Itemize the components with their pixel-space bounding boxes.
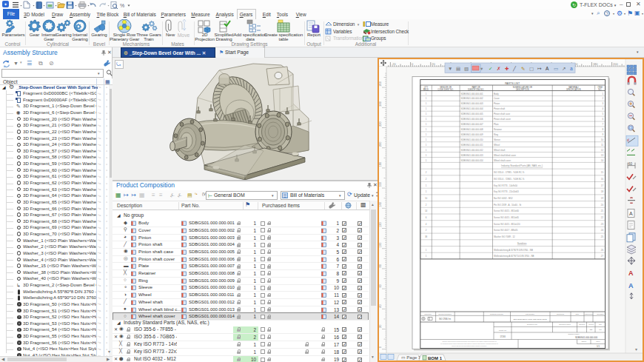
svg-text:Drawing number: Drawing number <box>568 333 580 335</box>
svg-text:Ring: Ring <box>494 133 498 136</box>
svg-text:SDBGS01.000.000.003: SDBGS01.000.000.003 <box>461 102 484 105</box>
svg-text:Retainer: Retainer <box>494 128 502 131</box>
svg-text:10: 10 <box>601 138 604 141</box>
svg-text:40: 40 <box>379 304 382 308</box>
svg-text:180: 180 <box>593 62 598 66</box>
svg-text:20: 20 <box>379 324 382 328</box>
svg-text:200: 200 <box>613 62 618 66</box>
svg-text:General tolerances: General tolerances <box>438 313 452 315</box>
svg-text:PARTS LIST: PARTS LIST <box>505 82 520 85</box>
svg-text:↗: ↗ <box>562 66 566 71</box>
svg-text:A: A <box>628 269 634 277</box>
svg-text:▧: ▧ <box>464 66 469 71</box>
svg-text:140: 140 <box>379 201 382 207</box>
svg-text:20: 20 <box>601 204 604 207</box>
svg-text:Wellendichtring A 65*90*10 DIN: Wellendichtring A 65*90*10 DIN 3760 - NB <box>494 255 534 258</box>
svg-text:60: 60 <box>379 284 382 287</box>
svg-text:SDBGS01.000.000.001: SDBGS01.000.000.001 <box>461 93 484 95</box>
svg-text:120: 120 <box>379 222 382 227</box>
svg-text:15: 15 <box>601 171 604 174</box>
svg-text:21: 21 <box>601 210 604 212</box>
svg-text:SDBGS01.000.000.007: SDBGS01.000.000.007 <box>461 123 484 126</box>
svg-text:Document status: Document status <box>559 324 571 325</box>
svg-text:d: d <box>627 138 629 142</box>
svg-text:Projection: Projection <box>424 313 432 315</box>
svg-text:A: A <box>546 66 549 71</box>
svg-text:Wheel shaft blind cover: Wheel shaft blind cover <box>494 154 516 157</box>
svg-text:14: 14 <box>601 159 604 162</box>
svg-text:-20: -20 <box>392 62 397 66</box>
svg-text:27: 27 <box>601 255 604 258</box>
svg-text:DESCRIPTION: DESCRIPTION <box>516 88 529 91</box>
svg-text:BOM 1: BOM 1 <box>428 356 443 361</box>
svg-text:Screw ISO 4015 - M10x65: Screw ISO 4015 - M10x65 <box>494 216 519 219</box>
svg-text:SDBGS01.000.000.014: SDBGS01.000.000.014 <box>461 159 484 162</box>
svg-text:▾: ▾ <box>635 347 637 352</box>
svg-text:Sheet: Sheet <box>596 341 600 342</box>
svg-text:✚: ✚ <box>505 66 509 71</box>
svg-text:REQD: REQD <box>423 88 429 91</box>
svg-text:18: 18 <box>601 190 604 193</box>
svg-text:26: 26 <box>601 249 604 252</box>
svg-text:A: A <box>629 211 633 216</box>
svg-text:SDBGS01.000.000.011: SDBGS01.000.000.011 <box>461 144 483 147</box>
svg-text:Pinion: Pinion <box>494 102 500 105</box>
svg-text:Edition: Edition <box>582 341 587 342</box>
svg-text:▢: ▢ <box>529 66 534 71</box>
svg-text:11: 11 <box>601 144 603 147</box>
svg-text:Cover: Cover <box>494 97 500 100</box>
svg-text:which it has been provided wit: which it has been provided without writt… <box>452 345 487 346</box>
svg-text:Checked: Checked <box>579 324 586 325</box>
svg-text:14: 14 <box>425 210 428 212</box>
svg-text:12: 12 <box>601 149 604 152</box>
svg-text:Key ISO R773 - 14x9x50: Key ISO R773 - 14x9x50 <box>494 184 517 187</box>
svg-text:19: 19 <box>601 197 604 200</box>
svg-text:Step-Down Bevel Gear With Spir: Step-Down Bevel Gear With Spiral Teeth <box>513 318 547 321</box>
svg-text:▭ Page 1: ▭ Page 1 <box>401 355 421 360</box>
svg-text:Pinion shaft: Pinion shaft <box>494 107 505 110</box>
svg-text:22: 22 <box>601 216 604 219</box>
svg-text:Body: Body <box>494 93 499 95</box>
svg-text:SDBGS01.000.000.009: SDBGS01.000.000.009 <box>461 133 484 136</box>
svg-text:160: 160 <box>379 181 382 187</box>
svg-text:ISO 355-6 - 72865 - %DE.NC.%: ISO 355-6 - 72865 - %DE.NC.% <box>494 178 525 181</box>
svg-text:20: 20 <box>432 62 435 66</box>
svg-text:Nut ISO 4032 - M12: Nut ISO 4032 - M12 <box>494 197 513 200</box>
svg-text:a: a <box>570 66 573 71</box>
svg-text:Wellendichtring A 55*80*8 DIN: Wellendichtring A 55*80*8 DIN 3760 - NB <box>494 249 533 252</box>
svg-text:23: 23 <box>601 223 604 226</box>
svg-text:CadGuru This document contain: CadGuru This document contains informati… <box>442 341 497 342</box>
svg-text:SDBGS01.000.000.004: SDBGS01.000.000.004 <box>461 107 484 110</box>
svg-text:Created by: Created by <box>557 313 565 315</box>
svg-text:SDBGS01.000.000.013: SDBGS01.000.000.013 <box>461 154 484 157</box>
svg-text:NO.: NO. <box>598 88 602 91</box>
svg-text:✓: ✓ <box>489 66 492 71</box>
svg-text:240: 240 <box>379 101 382 106</box>
svg-text:220: 220 <box>379 121 382 127</box>
svg-text:25: 25 <box>601 235 604 238</box>
svg-text:24: 24 <box>601 229 604 232</box>
svg-text:A: A <box>628 282 634 289</box>
svg-text:Wheel shaft cover: Wheel shaft cover <box>494 159 511 162</box>
svg-text:Screw ISO 4015 - M10x120: Screw ISO 4015 - M10x120 <box>494 223 520 226</box>
svg-text:SDBGS01.000.000.008: SDBGS01.000.000.008 <box>461 128 484 131</box>
svg-text:✎: ✎ <box>521 66 525 71</box>
svg-text:Approved by: Approved by <box>584 313 594 315</box>
svg-text:Part Number: Part Number <box>526 313 534 315</box>
svg-text:SDBGS01.000.000.006: SDBGS01.000.000.006 <box>461 118 484 121</box>
svg-text:13: 13 <box>601 154 604 157</box>
svg-text:ISO 355-6 - 17985 - %DE.RC.%: ISO 355-6 - 17985 - %DE.RC.% <box>494 171 525 174</box>
svg-text:Sundries: Sundries <box>517 242 527 245</box>
svg-text:260: 260 <box>379 81 382 86</box>
svg-text:Document type: Document type <box>527 324 538 325</box>
svg-text:SDBGS01.000.000.002: SDBGS01.000.000.002 <box>461 97 484 100</box>
svg-text:Screw ISO 4015 - M10x60: Screw ISO 4015 - M10x60 <box>494 210 519 212</box>
svg-text:Wheel: Wheel <box>494 144 500 147</box>
svg-text:Washer ISO 7089 - 12: Washer ISO 7089 - 12 <box>494 235 515 238</box>
svg-text:180: 180 <box>379 161 382 167</box>
svg-text:Weight (kg): Weight (kg) <box>499 329 507 331</box>
svg-text:%: % <box>120 3 124 8</box>
svg-text:Screw ISO 4017 - M8x35: Screw ISO 4017 - M8x35 <box>494 229 518 232</box>
svg-text:Technical reference: Technical reference <box>490 313 504 315</box>
svg-text:▭: ▭ <box>554 66 558 71</box>
